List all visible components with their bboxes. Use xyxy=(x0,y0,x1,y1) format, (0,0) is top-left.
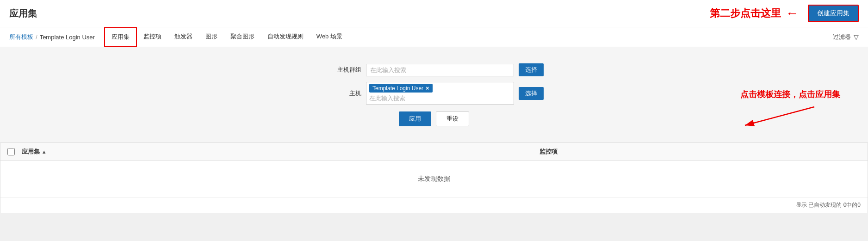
table-col-name: 应用集 ▲ xyxy=(22,148,230,156)
form-buttons: 应用 重设 xyxy=(14,111,854,126)
filter-area: 过滤器 ▽ xyxy=(833,28,859,46)
reset-button[interactable]: 重设 xyxy=(436,111,469,126)
host-group-input[interactable] xyxy=(366,64,514,76)
breadcrumb-separator: / xyxy=(36,34,37,41)
content-area: 主机群组 选择 主机 Template Login User × 选择 应用 重… xyxy=(0,47,868,142)
tab-auto-discover[interactable]: 自动发现规则 xyxy=(261,28,310,46)
filter-form: 主机群组 选择 主机 Template Login User × 选择 应用 重… xyxy=(14,56,854,133)
breadcrumb-all-templates[interactable]: 所有模板 xyxy=(9,33,33,41)
tab-app-set[interactable]: 应用集 xyxy=(104,27,137,47)
table-section: 应用集 ▲ 监控项 未发现数据 显示 已自动发现的 0中的0 xyxy=(0,142,868,213)
table-select-all-checkbox[interactable] xyxy=(7,148,15,155)
tab-trigger[interactable]: 触发器 xyxy=(168,28,199,46)
table-footer: 显示 已自动发现的 0中的0 xyxy=(0,197,868,213)
host-search-input[interactable] xyxy=(369,94,511,103)
nav-bar: 所有模板 / Template Login User 应用集 监控项 触发器 图… xyxy=(0,27,868,47)
tab-aggregate-graph[interactable]: 聚合图形 xyxy=(224,28,261,46)
sort-arrow-icon[interactable]: ▲ xyxy=(42,149,47,154)
tab-graph[interactable]: 图形 xyxy=(199,28,224,46)
host-select-button[interactable]: 选择 xyxy=(519,87,544,100)
table-header: 应用集 ▲ 监控项 xyxy=(0,143,868,161)
filter-icon[interactable]: ▽ xyxy=(854,33,859,41)
breadcrumb: 所有模板 / Template Login User xyxy=(9,28,104,46)
page-title: 应用集 xyxy=(9,7,37,20)
host-row: 主机 Template Login User × 选择 xyxy=(14,82,854,105)
host-group-select-button[interactable]: 选择 xyxy=(519,63,544,76)
host-group-row: 主机群组 选择 xyxy=(14,63,854,76)
breadcrumb-current[interactable]: Template Login User xyxy=(40,34,95,41)
tab-monitor[interactable]: 监控项 xyxy=(137,28,168,46)
host-tag-value: Template Login User xyxy=(372,85,423,92)
apply-button[interactable]: 应用 xyxy=(399,111,431,126)
top-bar: 应用集 第二步点击这里 ← 创建应用集 xyxy=(0,0,868,27)
host-tag: Template Login User × xyxy=(369,84,433,93)
arrow-left-icon: ← xyxy=(786,6,799,21)
filter-label: 过滤器 xyxy=(833,33,851,41)
create-app-set-button[interactable]: 创建应用集 xyxy=(808,5,859,22)
table-empty-message: 未发现数据 xyxy=(0,161,868,197)
tab-web-scene[interactable]: Web 场景 xyxy=(310,28,349,46)
table-col-monitor: 监控项 xyxy=(237,148,861,156)
host-label: 主机 xyxy=(324,89,361,98)
host-tag-input[interactable]: Template Login User × xyxy=(366,82,514,105)
annotation-step2: 第二步点击这里 ← xyxy=(710,6,799,21)
host-tag-close-icon[interactable]: × xyxy=(426,85,429,92)
nav-tabs: 应用集 监控项 触发器 图形 聚合图形 自动发现规则 Web 场景 xyxy=(104,27,349,47)
host-group-label: 主机群组 xyxy=(324,66,361,74)
